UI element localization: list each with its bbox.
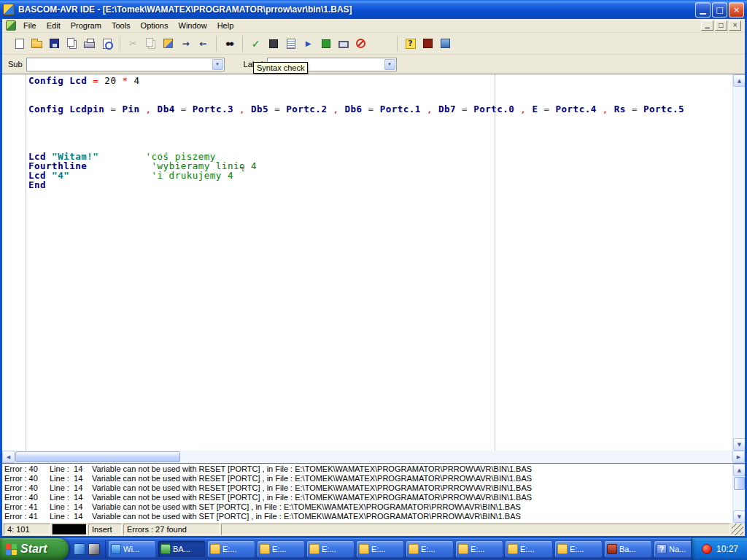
taskbar-button-10[interactable]: E:... xyxy=(554,540,603,558)
code-token: Portc.4 xyxy=(556,104,603,114)
code-line xyxy=(28,114,684,123)
simulate-button[interactable]: ▶ xyxy=(300,36,317,52)
error-code: Error : 40 xyxy=(4,474,50,483)
book-icon xyxy=(607,544,617,554)
antivirus-tray-icon[interactable] xyxy=(702,544,712,554)
scroll-down-icon[interactable]: ▼ xyxy=(733,510,745,523)
menu-tools[interactable]: Tools xyxy=(107,20,136,31)
errors-vertical-scrollbar[interactable]: ▲ ▼ xyxy=(732,464,745,523)
start-label: Start xyxy=(20,542,47,556)
error-row[interactable]: Error : 40Line : 14Variable can not be u… xyxy=(2,474,732,483)
menu-help[interactable]: Help xyxy=(212,20,239,31)
editor-horizontal-scrollbar[interactable]: ◀ ▶ xyxy=(2,451,745,463)
new-button[interactable] xyxy=(11,36,28,52)
taskbar-button-12[interactable]: ?Na... xyxy=(654,540,691,558)
print-preview-button[interactable] xyxy=(98,36,115,52)
error-row[interactable]: Error : 40Line : 14Variable can not be u… xyxy=(2,483,732,493)
print-button[interactable] xyxy=(81,36,98,52)
taskbar-button-11[interactable]: Ba... xyxy=(604,540,652,558)
error-message: Variable can not be used with RESET [POR… xyxy=(92,474,732,483)
menu-options[interactable]: Options xyxy=(136,20,174,31)
save-all-button[interactable] xyxy=(63,36,80,52)
find-icon: ●● xyxy=(223,38,236,50)
error-row[interactable]: Error : 41Line : 14Variable can not be u… xyxy=(2,512,732,521)
indent-button[interactable]: → xyxy=(177,36,194,52)
menu-edit[interactable]: Edit xyxy=(42,20,66,31)
taskbar-button-8[interactable]: E:... xyxy=(455,540,503,558)
scroll-up-icon[interactable]: ▲ xyxy=(733,464,745,476)
folder-icon xyxy=(458,544,468,554)
open-icon xyxy=(31,41,42,48)
taskbar-button-5[interactable]: E:... xyxy=(306,540,355,558)
code-token: Db5 xyxy=(251,104,274,114)
mdi-close-button[interactable]: × xyxy=(729,20,741,31)
sub-combobox[interactable]: ▼ xyxy=(26,58,225,71)
copy-button[interactable] xyxy=(142,36,159,52)
taskbar-button-2[interactable]: BA... xyxy=(158,540,206,558)
scroll-up-icon[interactable]: ▲ xyxy=(733,74,745,87)
error-row[interactable]: Error : 41Line : 14Variable can not be u… xyxy=(2,502,732,512)
menu-file[interactable]: File xyxy=(18,20,42,31)
lcd-designer-icon xyxy=(441,39,450,48)
syntax-check-button[interactable]: ✓ xyxy=(247,36,264,52)
program-chip-button[interactable] xyxy=(317,36,334,52)
menu-window[interactable]: Window xyxy=(174,20,212,31)
code-token: = xyxy=(110,104,122,114)
minimize-button[interactable]: ▁ xyxy=(695,2,711,18)
menu-program[interactable]: Program xyxy=(66,20,107,31)
error-row[interactable]: Error : 40Line : 14Variable can not be u… xyxy=(2,464,732,474)
taskbar-button-9[interactable]: E:... xyxy=(505,540,553,558)
error-count: Errors : 27 found xyxy=(123,524,220,535)
simulate-icon: ▶ xyxy=(302,38,315,50)
error-row[interactable]: Error : 40Line : 14Variable can not be u… xyxy=(2,493,732,502)
maximize-button[interactable]: □ xyxy=(712,2,727,18)
scroll-right-icon[interactable]: ▶ xyxy=(732,451,745,463)
quicklaunch-icon-1[interactable] xyxy=(74,543,85,555)
folder-icon xyxy=(359,544,369,554)
vertical-scroll-thumb[interactable] xyxy=(734,477,745,490)
taskbar-button-3[interactable]: E:... xyxy=(207,540,255,558)
start-button[interactable]: Start xyxy=(0,538,69,560)
lcd-designer-button[interactable] xyxy=(437,36,454,52)
clock[interactable]: 10:27 xyxy=(716,544,738,554)
horizontal-scroll-thumb[interactable] xyxy=(15,451,180,462)
show-result-button[interactable] xyxy=(282,36,299,52)
taskbar-button-7[interactable]: E:... xyxy=(406,540,454,558)
code-token: Portc.2 xyxy=(286,104,333,114)
chevron-down-icon[interactable]: ▼ xyxy=(384,59,395,70)
unindent-button[interactable]: ← xyxy=(195,36,212,52)
taskbar-button-6[interactable]: E:... xyxy=(356,540,404,558)
error-message: Variable can not be used with RESET [POR… xyxy=(92,493,732,502)
open-button[interactable] xyxy=(28,36,45,52)
code-token: 'i drukujemy 4 xyxy=(152,170,233,181)
scroll-left-icon[interactable]: ◀ xyxy=(2,451,15,463)
taskbar-button-label: E:... xyxy=(322,545,336,553)
taskbar-button-4[interactable]: E:... xyxy=(257,540,305,558)
help-button[interactable]: ? xyxy=(402,36,419,52)
taskbar-button-1[interactable]: Wi... xyxy=(108,540,156,558)
terminal-button[interactable] xyxy=(335,36,352,52)
error-line: Line : 14 xyxy=(50,464,92,474)
chevron-down-icon[interactable]: ▼ xyxy=(212,59,223,70)
indent-icon: → xyxy=(179,38,193,50)
editor-vertical-scrollbar[interactable]: ▲ ▼ xyxy=(732,74,745,451)
mdi-minimize-button[interactable]: ▁ xyxy=(701,20,713,31)
status-bar: 4: 101 Insert Errors : 27 found xyxy=(2,523,745,536)
scroll-down-icon[interactable]: ▼ xyxy=(733,438,745,451)
scroll-track[interactable] xyxy=(733,490,745,510)
resize-grip[interactable] xyxy=(732,524,743,535)
paste-button[interactable] xyxy=(160,36,177,52)
cut-button[interactable]: ✂ xyxy=(125,36,142,52)
folder-icon xyxy=(309,544,320,554)
close-button[interactable]: × xyxy=(729,2,744,18)
quicklaunch-icon-2[interactable] xyxy=(88,543,100,555)
compile-button[interactable] xyxy=(265,36,282,52)
cancel-program-button[interactable] xyxy=(352,36,369,52)
mdi-restore-button[interactable]: □ xyxy=(715,20,727,31)
pdf-manual-button[interactable] xyxy=(419,36,436,52)
code-token xyxy=(69,170,151,181)
find-button[interactable]: ●● xyxy=(221,36,238,52)
code-token: = xyxy=(274,104,286,114)
code-editor[interactable]: Config Lcd = 20 * 4 Config Lcdpin = Pin … xyxy=(2,74,745,451)
save-button[interactable] xyxy=(46,36,63,52)
